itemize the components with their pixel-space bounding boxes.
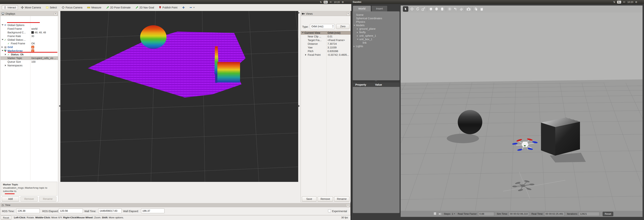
add-display-button[interactable]: Add: [2, 196, 19, 201]
expand-arrow-icon[interactable]: [357, 28, 358, 30]
experimental-checkbox[interactable]: [328, 209, 331, 212]
tree-item-unit-sphere[interactable]: unit_sphere_1: [353, 34, 400, 38]
tree-row-global-options[interactable]: ⚙ Global Options: [0, 23, 58, 27]
focus-camera-tool-button[interactable]: Focus Camera: [60, 5, 84, 10]
keyboard-layout-indicator[interactable]: En: [324, 1, 328, 4]
pause-button[interactable]: [434, 212, 436, 215]
measure-tool-button[interactable]: Measure: [85, 5, 103, 10]
scale-mode-button[interactable]: [421, 7, 425, 11]
close-icon[interactable]: ✕: [346, 204, 350, 207]
network-icon[interactable]: ⇅: [613, 1, 615, 4]
tree-item-models[interactable]: Models: [353, 24, 400, 27]
views-row-yaw[interactable]: Yaw 3.11039: [301, 46, 350, 49]
expand-arrow-icon[interactable]: [357, 32, 358, 33]
views-row-focal-point[interactable]: Focal Point -0.33742; 0.4605...: [301, 53, 350, 57]
tree-item-physics[interactable]: Physics: [353, 20, 400, 24]
insert-sphere-button[interactable]: [434, 7, 438, 11]
expand-arrow-icon[interactable]: [357, 35, 358, 37]
tree-row-frame-rate[interactable]: Frame Rate 30: [0, 34, 58, 38]
tree-row-global-status[interactable]: ✓ Global Status:...: [0, 38, 58, 42]
wall-elapsed-input[interactable]: [141, 208, 164, 213]
views-row-target-frame[interactable]: Target Fra... <Fixed Frame>: [301, 38, 350, 42]
clock[interactable]: 10:20: [334, 1, 340, 4]
network-icon[interactable]: ⇅: [320, 1, 322, 4]
tab-world[interactable]: World: [353, 6, 371, 11]
tree-item-link[interactable]: link: [353, 41, 400, 45]
scroll-right-arrow-icon[interactable]: [298, 12, 300, 14]
tree-row-fixed-frame-status[interactable]: ✓ Fixed Frame OK: [0, 42, 58, 45]
tab-insert[interactable]: Insert: [372, 6, 388, 11]
insert-point-light-button[interactable]: [448, 7, 452, 11]
tree-item-ground-plane[interactable]: ground_plane: [353, 27, 400, 31]
tree-item-lights[interactable]: Lights: [353, 45, 400, 48]
remove-view-button[interactable]: Remove: [318, 196, 333, 201]
session-gear-icon[interactable]: ⚙: [342, 1, 344, 4]
select-mode-button[interactable]: [403, 6, 408, 12]
ros-elapsed-input[interactable]: [59, 208, 83, 213]
zero-view-button[interactable]: Zero: [336, 24, 350, 29]
steps-value[interactable]: 1: [452, 212, 453, 215]
scroll-left-arrow-icon[interactable]: [59, 105, 60, 107]
translate-mode-button[interactable]: [410, 7, 414, 11]
expand-arrow-icon[interactable]: [354, 25, 355, 26]
rviz-3d-viewport[interactable]: [60, 11, 298, 182]
ros-time-input[interactable]: [16, 208, 40, 213]
interact-tool-button[interactable]: Interact: [2, 5, 18, 10]
view-type-dropdown[interactable]: Orbit (rviz) ▲▼: [310, 24, 335, 29]
pose-estimate-tool-button[interactable]: 2D Pose Estimate: [104, 5, 132, 10]
insert-spot-light-button[interactable]: [453, 7, 458, 11]
tree-row-namespaces[interactable]: Namespaces: [0, 64, 58, 67]
nav-goal-tool-button[interactable]: 2D Nav Goal: [134, 5, 156, 10]
tree-row-grid[interactable]: ▦ Grid ✓: [0, 45, 58, 49]
expand-arrow-icon[interactable]: [305, 54, 306, 56]
expand-arrow-icon[interactable]: [2, 50, 4, 51]
sound-muted-icon[interactable]: [330, 1, 332, 3]
expand-arrow-icon[interactable]: [302, 32, 304, 33]
insert-directional-light-button[interactable]: [459, 7, 463, 11]
expand-arrow-icon[interactable]: [354, 46, 354, 47]
insert-cylinder-button[interactable]: [440, 7, 444, 11]
sim-reset-button[interactable]: Reset: [603, 212, 613, 216]
reset-button[interactable]: Reset: [1, 216, 11, 220]
expand-arrow-icon[interactable]: [2, 46, 3, 48]
time-panel-titlebar[interactable]: ◷ Time ✕: [0, 203, 350, 207]
publish-point-tool-button[interactable]: Publish Point: [157, 5, 179, 10]
spinner-arrows-icon[interactable]: ▲▼: [332, 25, 334, 28]
close-icon[interactable]: ✕: [54, 12, 57, 16]
copy-button[interactable]: [474, 7, 478, 11]
select-tool-button[interactable]: Select: [44, 5, 59, 10]
views-panel-titlebar[interactable]: Views ✕: [301, 12, 350, 16]
session-gear-icon[interactable]: ⚙: [635, 1, 638, 4]
expand-arrow-icon[interactable]: [5, 65, 6, 66]
gazebo-3d-viewport[interactable]: [401, 13, 642, 211]
views-row-near-clip[interactable]: Near Clip ... 0.01: [301, 35, 350, 38]
sound-muted-icon[interactable]: [623, 1, 626, 3]
tree-row-marker-topic[interactable]: Marker Topic /occupied_cells_vis ...: [0, 56, 58, 60]
expand-arrow-icon[interactable]: [2, 24, 4, 26]
tree-item-spherical-coordinates[interactable]: Spherical Coordinates: [353, 17, 400, 20]
views-row-current-view[interactable]: Current View Orbit (rviz): [301, 31, 350, 35]
views-row-distance[interactable]: Distance 7.30724: [301, 42, 350, 46]
paste-button[interactable]: [480, 7, 484, 11]
wall-time-input[interactable]: [98, 208, 122, 213]
displays-panel-titlebar[interactable]: Displays ✕: [0, 12, 58, 16]
property-table-body[interactable]: [353, 87, 400, 213]
tree-row-marker-status[interactable]: ✓ Status: Ok: [0, 53, 58, 56]
views-row-pitch[interactable]: Pitch 0.835398: [301, 49, 350, 53]
keyboard-layout-indicator[interactable]: En: [617, 1, 621, 4]
scroll-right-arrow-icon[interactable]: [298, 105, 300, 107]
tree-item-scene[interactable]: Scene: [353, 13, 400, 17]
unit-sphere-model[interactable]: [458, 110, 482, 134]
tree-row-background-color[interactable]: Background C... 48; 48; 48: [0, 31, 58, 34]
save-view-button[interactable]: Save: [302, 196, 316, 201]
add-tool-button[interactable]: [180, 5, 186, 10]
steps-dropdown-arrow-icon[interactable]: ▼: [454, 213, 455, 215]
expand-arrow-icon[interactable]: [357, 39, 358, 40]
expand-arrow-icon[interactable]: [2, 39, 4, 40]
step-button[interactable]: [439, 213, 441, 215]
remove-tool-button[interactable]: ▼: [188, 5, 197, 10]
rename-display-button[interactable]: Rename: [39, 196, 56, 201]
rotate-mode-button[interactable]: [416, 7, 420, 11]
rename-view-button[interactable]: Rename: [334, 196, 350, 201]
close-icon[interactable]: ✕: [346, 12, 350, 16]
